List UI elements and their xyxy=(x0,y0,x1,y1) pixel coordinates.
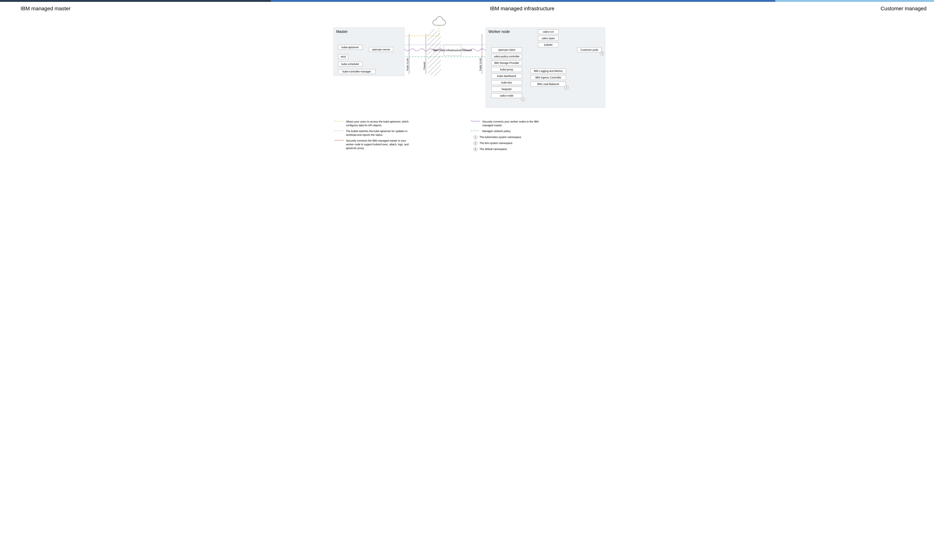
diagram-canvas: Master kube-apiserver openvpn-server etc… xyxy=(327,12,607,120)
box-heapster: heapster xyxy=(491,87,522,92)
label-public-vlan-right: Public VLAN xyxy=(479,58,482,71)
box-ibm-load-balancer: IBM Load Balancer xyxy=(531,82,566,86)
box-openvpn-client: openvpn-client xyxy=(491,48,522,52)
box-ibm-ingress-controller: IBM Ingress Controller xyxy=(531,75,566,80)
section-headers: IBM managed master IBM managed infrastru… xyxy=(8,6,926,12)
box-kube-proxy: kube-proxy xyxy=(491,67,522,72)
header-customer: Customer managed xyxy=(770,6,926,12)
legend-n1: 1 The kubernetes-system namespace. xyxy=(471,135,600,139)
svg-line-9 xyxy=(428,51,441,64)
legend-n3: 3 The default namespace. xyxy=(471,148,600,151)
badge-3: 3 xyxy=(600,51,604,55)
badge-1: 1 xyxy=(521,97,525,101)
top-bar xyxy=(0,0,934,2)
header-infra: IBM managed infrastructure xyxy=(274,6,770,12)
svg-line-7 xyxy=(428,42,441,55)
box-kube-dashboard: kube-dashboard xyxy=(491,74,522,78)
label-firewall: Firewall xyxy=(423,62,426,70)
box-kube-apiserver: kube-apiserver xyxy=(338,45,362,50)
box-etcd: etcd xyxy=(338,54,348,59)
box-ibm-logging-metrics: IBM Logging and Metrics xyxy=(531,69,566,74)
badge-2: 2 xyxy=(565,86,569,90)
box-ibm-cloud-infra: IBM Cloud Infrastructure Network xyxy=(444,45,462,56)
svg-line-3 xyxy=(428,29,434,36)
box-ibm-storage-provider: IBM Storage Provider xyxy=(491,60,522,65)
svg-line-5 xyxy=(428,33,440,45)
box-calico-policy-controller: calico-policy-controller xyxy=(491,54,522,59)
box-customer-pods: Customer pods xyxy=(577,48,602,52)
svg-line-13 xyxy=(434,69,441,76)
header-master: IBM managed master xyxy=(8,6,274,12)
svg-line-11 xyxy=(428,60,441,73)
svg-line-8 xyxy=(428,46,441,59)
svg-line-12 xyxy=(431,65,441,75)
svg-line-6 xyxy=(428,37,441,50)
legend-purple: Securely connects your worker nodes to t… xyxy=(471,120,600,127)
legend-yellow: Allows your users to access the kube-api… xyxy=(334,120,463,127)
svg-line-10 xyxy=(428,55,441,69)
box-kube-controller-manager: kube-controller-manager xyxy=(338,69,375,74)
box-calico-node: calico-node xyxy=(491,93,522,98)
legend-blue: The kublet watches the kube-apiserver fo… xyxy=(334,129,463,137)
box-kube-scheduler: kube-scheduler xyxy=(338,62,362,66)
box-kubelet: kubelet xyxy=(538,42,559,47)
legend-n2: 2 The ibm-system namespace. xyxy=(471,142,600,145)
box-calico-cni: calico-cni xyxy=(538,29,559,34)
legend-red: Securely connects the IBM managed master… xyxy=(334,139,463,150)
box-openvpn-server: openvpn-server xyxy=(369,47,393,52)
svg-line-4 xyxy=(428,31,437,40)
box-kube-dns: kube-dns xyxy=(491,80,522,85)
box-calico-ipam: calico-ipam xyxy=(538,36,559,41)
legend: Allows your users to access the kube-api… xyxy=(327,120,607,159)
legend-green: Manages network policy. xyxy=(471,129,600,133)
label-public-vlan-left: Public VLAN xyxy=(406,58,409,71)
master-title: Master xyxy=(334,28,404,36)
